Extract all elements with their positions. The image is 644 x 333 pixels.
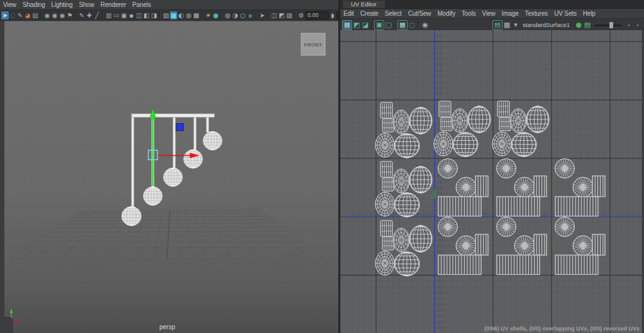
- layout-single-icon[interactable]: ▭: [113, 11, 120, 19]
- display-mask-icon[interactable]: ◕: [24, 11, 31, 19]
- svg-text:2.9: 2.9: [605, 212, 611, 216]
- toolbar-separator: [103, 12, 103, 19]
- svg-text:-0.4: -0.4: [436, 238, 444, 243]
- textured-mode-icon[interactable]: ◍: [185, 11, 192, 19]
- checker-mode-icon[interactable]: ▩: [192, 11, 200, 19]
- slider-track: [594, 25, 622, 26]
- pixel-snap-icon[interactable]: ◌: [408, 21, 416, 30]
- image-dim-slider[interactable]: [594, 21, 622, 30]
- svg-text:1.9: 1.9: [547, 212, 552, 216]
- menu-show[interactable]: Show: [75, 1, 97, 8]
- layout-split-icon[interactable]: ◫: [135, 11, 143, 19]
- svg-text:3.3: 3.3: [628, 212, 634, 216]
- select-camera-icon[interactable]: ◉: [43, 11, 51, 19]
- cap-disk-shell: [456, 236, 476, 256]
- uv-snapshot-icon[interactable]: ◉: [421, 21, 430, 30]
- toolbar-separator: [395, 21, 396, 28]
- image-display-icon[interactable]: ▤: [492, 20, 502, 30]
- menu-cut-sew[interactable]: Cut/Sew: [405, 10, 435, 17]
- menu-image[interactable]: Image: [499, 10, 522, 17]
- shell-border-icon[interactable]: ▢: [384, 21, 393, 30]
- previous-view-icon[interactable]: ◉: [51, 11, 58, 19]
- layout-corner-icon[interactable]: ◧: [143, 11, 150, 19]
- wireframe-mode-icon[interactable]: ▧: [162, 11, 170, 19]
- gamma-icon[interactable]: ◗: [329, 11, 336, 19]
- cylinder-shell: [380, 161, 392, 177]
- grid-display-icon[interactable]: ▦: [397, 20, 408, 30]
- menu-select[interactable]: Select: [382, 10, 405, 17]
- isolate-select-icon[interactable]: ➤: [258, 11, 266, 19]
- menu-shading[interactable]: Shading: [19, 1, 48, 8]
- pendulum-structure[interactable]: [121, 114, 223, 226]
- duplicate-view-icon[interactable]: ◫: [270, 11, 278, 19]
- menu-renderer[interactable]: Renderer: [97, 1, 130, 8]
- svg-text:3.2: 3.2: [623, 212, 628, 216]
- menu-help[interactable]: Help: [580, 10, 599, 17]
- menu-modify[interactable]: Modify: [434, 10, 458, 17]
- uv-sew-tool-icon[interactable]: ◪: [361, 21, 370, 30]
- exposure-field[interactable]: 0.00: [305, 11, 329, 19]
- cylinder-side-shell: [475, 234, 488, 255]
- paint-select-icon[interactable]: ✎: [16, 11, 24, 19]
- cylinder-shell: [441, 117, 452, 131]
- menu-create[interactable]: Create: [357, 10, 382, 17]
- next-image-icon[interactable]: ›: [633, 21, 642, 30]
- menu-uv-sets[interactable]: UV Sets: [551, 10, 580, 17]
- menu-edit[interactable]: Edit: [340, 10, 357, 17]
- grease-pencil-icon[interactable]: ✎: [78, 11, 86, 19]
- lasso-select-icon[interactable]: ◌: [9, 11, 16, 19]
- pendulum-sphere[interactable]: [184, 150, 203, 168]
- cylinder-shell: [380, 102, 392, 118]
- screen-ao-icon[interactable]: ◑: [231, 11, 239, 19]
- menu-view[interactable]: View: [479, 10, 499, 17]
- update-shader-icon[interactable]: ●: [574, 21, 583, 30]
- shadows-icon[interactable]: ◍: [224, 11, 231, 19]
- fog-icon[interactable]: ▪: [247, 11, 254, 19]
- shaded-mode-icon[interactable]: ■: [170, 11, 177, 19]
- layout-outliner-icon[interactable]: ◨: [150, 11, 158, 19]
- viewport-toolbar: ➤◌✎◕▤◉◉◉⚑✎✚╱▥▭▣▪◫◧◨▧■◐◍▩☀●◍◑○▪➤◫◩▨⚙0.00◗…: [0, 10, 338, 21]
- pattern-dropdown-icon[interactable]: ▾: [511, 21, 520, 30]
- grease-draw-icon[interactable]: ╱: [93, 11, 101, 19]
- perspective-viewport[interactable]: FRONTpersp: [0, 20, 338, 333]
- layout-vertical-icon[interactable]: ▥: [105, 11, 113, 19]
- uv-move-tool-icon[interactable]: ▦: [342, 20, 352, 30]
- layout-pip-icon[interactable]: ▣: [120, 11, 128, 19]
- uv-cut-tool-icon[interactable]: ◩: [352, 21, 361, 30]
- cap-disk-shell: [497, 159, 516, 178]
- bookmark-icon[interactable]: ⚑: [66, 11, 74, 19]
- image-plane-icon[interactable]: ▤: [31, 11, 39, 19]
- slider-handle[interactable]: [609, 22, 613, 28]
- close-view-icon[interactable]: ▨: [286, 11, 293, 19]
- menu-panels[interactable]: Panels: [129, 1, 154, 8]
- anti-alias-icon[interactable]: ○: [239, 11, 247, 19]
- image-range-icon[interactable]: ▤: [583, 21, 592, 30]
- pendulum-sphere[interactable]: [203, 131, 223, 150]
- default-light-icon[interactable]: ●: [212, 11, 219, 19]
- next-view-icon[interactable]: ◉: [58, 11, 66, 19]
- select-tool-icon[interactable]: ➤: [1, 11, 9, 19]
- uv-editor-tab[interactable]: UV Editor: [343, 1, 385, 8]
- pole-sphere-shell: [452, 109, 468, 133]
- prev-image-icon[interactable]: ›: [625, 21, 633, 30]
- render-settings-icon[interactable]: ⚙: [297, 11, 305, 19]
- toolbar-separator: [418, 21, 419, 28]
- lights-icon[interactable]: ☀: [204, 11, 212, 19]
- pendulum-sphere[interactable]: [164, 168, 183, 186]
- pendulum-sphere[interactable]: [143, 187, 163, 205]
- menu-lighting[interactable]: Lighting: [48, 1, 76, 8]
- svg-text:-1.9: -1.9: [436, 325, 444, 330]
- menu-view[interactable]: View: [0, 1, 19, 8]
- grease-add-frame-icon[interactable]: ✚: [86, 11, 93, 19]
- menu-textures[interactable]: Textures: [522, 10, 552, 17]
- layout-dim-icon[interactable]: ▪: [128, 11, 135, 19]
- svg-text:3.1: 3.1: [616, 212, 622, 216]
- pin-view-icon[interactable]: ◩: [278, 11, 286, 19]
- tile-outline-icon[interactable]: ▣: [374, 20, 384, 30]
- front-image-plane[interactable]: FRONT: [301, 33, 325, 55]
- pendulum-sphere[interactable]: [121, 207, 142, 226]
- menu-tools[interactable]: Tools: [458, 10, 479, 17]
- uv-editor-canvas[interactable]: 3.132.92.82.72.62.52.42.32.22.121.91.81.…: [340, 30, 644, 333]
- material-mode-icon[interactable]: ◐: [177, 11, 185, 19]
- checker-pattern-icon[interactable]: ▩: [502, 21, 511, 30]
